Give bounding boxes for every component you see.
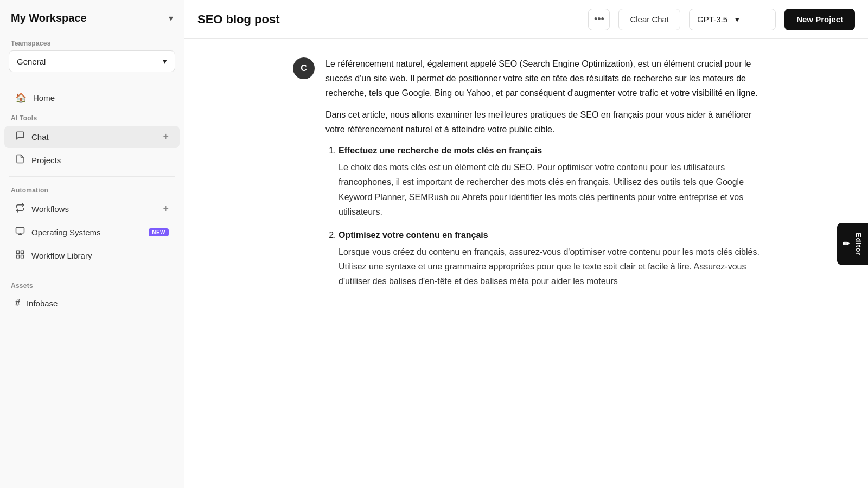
teamspaces-label: Teamspaces <box>0 34 184 50</box>
sidebar-item-operating-systems[interactable]: Operating Systems NEW <box>4 221 180 243</box>
operating-systems-icon <box>15 226 25 239</box>
sidebar-item-operating-systems-label: Operating Systems <box>31 228 142 237</box>
teamspace-dropdown[interactable]: General ▾ <box>9 50 175 72</box>
sidebar-item-chat-label: Chat <box>31 132 156 142</box>
divider-1 <box>9 82 175 82</box>
workspace-title: My Workspace <box>11 12 87 24</box>
workspace-selector[interactable]: My Workspace ▾ <box>0 0 184 34</box>
svg-rect-4 <box>21 251 24 253</box>
list-item-2: Optimisez votre contenu en français Lors… <box>339 228 760 289</box>
divider-3 <box>9 272 175 272</box>
sidebar-item-home-label: Home <box>33 93 169 102</box>
more-options-button[interactable]: ••• <box>588 9 610 30</box>
workspace-chevron-icon: ▾ <box>169 13 173 23</box>
sidebar-item-workflows[interactable]: Workflows + <box>4 198 180 220</box>
home-icon: 🏠 <box>15 92 27 104</box>
editor-tab-label: Editor <box>854 233 863 255</box>
model-selector[interactable]: GPT-3.5 ▾ <box>689 9 776 30</box>
clear-chat-button[interactable]: Clear Chat <box>618 9 680 30</box>
sidebar-item-infobase-label: Infobase <box>27 299 169 308</box>
message-para2: Dans cet article, nous allons examiner l… <box>326 107 760 137</box>
model-label: GPT-3.5 <box>697 15 730 24</box>
svg-rect-6 <box>16 255 19 258</box>
sidebar-item-workflow-library[interactable]: Workflow Library <box>4 245 180 267</box>
workflows-add-icon[interactable]: + <box>163 203 169 215</box>
sidebar-item-projects[interactable]: Projects <box>4 149 180 171</box>
sidebar: My Workspace ▾ Teamspaces General ▾ 🏠 Ho… <box>0 0 184 488</box>
list-item-1: Effectuez une recherche de mots clés en … <box>339 143 760 219</box>
message-block: C Le référencement naturel, également ap… <box>293 56 760 298</box>
chat-header: SEO blog post ••• Clear Chat GPT-3.5 ▾ N… <box>184 0 868 39</box>
chat-content: C Le référencement naturel, également ap… <box>184 39 868 488</box>
projects-icon <box>15 154 25 166</box>
sidebar-item-projects-label: Projects <box>31 156 169 165</box>
sidebar-item-chat[interactable]: Chat + <box>4 126 180 148</box>
editor-tab[interactable]: Editor ✏ <box>837 223 868 265</box>
chat-add-icon[interactable]: + <box>163 131 169 143</box>
list-item-1-title: Effectuez une recherche de mots clés en … <box>339 143 760 158</box>
list-item-2-body: Lorsque vous créez du contenu en françai… <box>339 247 760 286</box>
sidebar-item-workflow-library-label: Workflow Library <box>31 251 169 260</box>
workflow-library-icon <box>15 249 25 262</box>
sidebar-item-home[interactable]: 🏠 Home <box>4 87 180 108</box>
message-para1: Le référencement naturel, également appe… <box>326 56 760 101</box>
chat-icon <box>15 131 25 143</box>
assets-label: Assets <box>0 277 184 293</box>
chat-title: SEO blog post <box>197 12 579 27</box>
model-chevron-icon: ▾ <box>735 15 768 24</box>
teamspace-selected: General <box>17 57 46 66</box>
svg-rect-5 <box>21 255 24 258</box>
avatar: C <box>293 57 315 79</box>
infobase-icon: # <box>15 298 20 308</box>
divider-2 <box>9 176 175 177</box>
svg-rect-3 <box>16 251 19 253</box>
workflows-icon <box>15 203 25 215</box>
sidebar-item-infobase[interactable]: # Infobase <box>4 293 180 313</box>
main-panel: SEO blog post ••• Clear Chat GPT-3.5 ▾ N… <box>184 0 868 488</box>
automation-label: Automation <box>0 181 184 197</box>
new-project-button[interactable]: New Project <box>784 9 855 30</box>
operating-systems-badge: NEW <box>149 228 169 236</box>
ai-tools-label: AI Tools <box>0 109 184 125</box>
message-list: Effectuez une recherche de mots clés en … <box>326 143 760 289</box>
svg-rect-0 <box>16 227 24 233</box>
message-body: Le référencement naturel, également appe… <box>326 56 760 298</box>
sidebar-item-workflows-label: Workflows <box>31 204 156 214</box>
teamspace-chevron-icon: ▾ <box>163 56 167 66</box>
list-item-2-title: Optimisez votre contenu en français <box>339 228 760 242</box>
pencil-icon: ✏ <box>843 239 850 249</box>
list-item-1-body: Le choix des mots clés est un élément cl… <box>339 163 744 216</box>
